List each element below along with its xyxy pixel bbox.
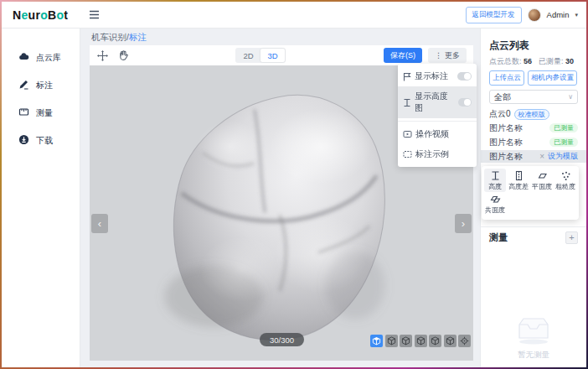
- tool-height[interactable]: 高度: [484, 169, 506, 192]
- logo-letter: u: [28, 8, 36, 22]
- close-icon[interactable]: ×: [539, 152, 544, 161]
- view-reset-button[interactable]: [458, 335, 471, 347]
- flatness-icon: [537, 170, 548, 181]
- view-left-button[interactable]: [415, 335, 427, 347]
- cube-icon: [446, 336, 455, 346]
- set-as-template-link[interactable]: 设为模版: [548, 151, 578, 162]
- measure-tools-popup: 高度 高度差 平面度 粗糙度 共面度: [482, 166, 579, 220]
- tool-label: 高度差: [508, 182, 529, 191]
- sidebar-item-pointcloud-library[interactable]: 点云库: [2, 44, 80, 71]
- chevron-down-icon: ▾: [575, 12, 578, 18]
- menu-item-show-annotation[interactable]: 显示标注: [398, 66, 477, 86]
- more-button-label: 更多: [445, 50, 460, 61]
- user-name[interactable]: Admin: [547, 10, 570, 19]
- menu-item-label: 操作视频: [415, 128, 449, 140]
- show-heightmap-toggle[interactable]: [458, 98, 472, 107]
- move-tool-icon[interactable]: [96, 49, 109, 62]
- view-back-button[interactable]: [400, 335, 412, 347]
- empty-state: 暂无测量: [481, 313, 586, 361]
- breadcrumb-current: 标注: [129, 32, 147, 42]
- dimension-toggle: 2D 3D: [235, 48, 286, 63]
- breadcrumb: 机车识别/标注: [80, 29, 480, 44]
- panel-actions: 上传点云 相机内参设置: [489, 70, 578, 86]
- menu-divider: [398, 121, 477, 122]
- cube-icon: [372, 336, 381, 346]
- view-default-button[interactable]: [370, 335, 383, 347]
- image-list-item-selected[interactable]: 图片名称 × 设为模版: [481, 150, 586, 163]
- upload-pointcloud-button[interactable]: 上传点云: [489, 70, 524, 86]
- header-main: 返回模型开发 Admin ▾: [80, 2, 586, 28]
- video-icon: [403, 130, 412, 138]
- cube-icon: [401, 336, 410, 346]
- flag-icon: [403, 72, 411, 81]
- pointcloud-stats: 点云总数: 56 已测量: 30: [489, 56, 578, 67]
- menu-item-annotation-example[interactable]: 标注示例: [398, 144, 477, 164]
- app-logo: N e u r o B o t: [2, 2, 80, 28]
- show-annotation-toggle[interactable]: [457, 72, 472, 81]
- logo-letter: B: [48, 8, 56, 22]
- prev-image-button[interactable]: ‹: [91, 214, 108, 233]
- app-header: N e u r o B o t 返回模型开发 Admin ▾: [2, 2, 586, 29]
- logo-letter: e: [21, 8, 28, 22]
- sidebar-item-annotate[interactable]: 标注: [2, 71, 80, 99]
- cube-icon: [416, 336, 426, 346]
- mode-2d-button[interactable]: 2D: [236, 49, 260, 62]
- tool-flatness[interactable]: 平面度: [531, 169, 553, 192]
- user-avatar[interactable]: [528, 8, 541, 22]
- tool-label: 平面度: [532, 182, 552, 191]
- target-icon: [460, 336, 469, 346]
- sidebar-item-download[interactable]: 下载: [2, 127, 80, 154]
- cube-icon: [431, 336, 440, 346]
- screenshot-frame: N e u r o B o t 返回模型开发 Admin ▾: [0, 0, 588, 369]
- tool-label: 高度: [488, 182, 502, 191]
- status-badge: 已测量: [549, 138, 578, 147]
- status-badge: 已测量: [549, 123, 578, 133]
- tool-roughness[interactable]: 粗糙度: [554, 169, 576, 192]
- sidebar-item-measure[interactable]: 测量: [2, 99, 80, 127]
- measured-label: 已测量:: [539, 57, 564, 65]
- pointcloud-list-title: 点云列表: [489, 39, 578, 53]
- header-right: 返回模型开发 Admin ▾: [466, 7, 578, 23]
- tool-height-diff[interactable]: 高度差: [508, 169, 529, 192]
- tool-label: 共面度: [485, 205, 505, 215]
- return-model-dev-button[interactable]: 返回模型开发: [466, 7, 522, 23]
- image-list-item[interactable]: 图片名称 已测量: [489, 136, 578, 148]
- view-front-button[interactable]: [385, 335, 398, 347]
- next-image-button[interactable]: ›: [455, 214, 472, 233]
- mode-3d-button[interactable]: 3D: [260, 49, 285, 62]
- chevron-right-icon: ›: [462, 217, 465, 230]
- height-map-icon: [403, 98, 411, 107]
- menu-item-label: 显示高度图: [415, 91, 455, 114]
- filter-select[interactable]: 全部 ∨: [489, 90, 578, 104]
- canvas-toolbar: 2D 3D 保存(S) ⋮ 更多: [90, 45, 473, 65]
- total-label: 点云总数:: [489, 57, 522, 65]
- more-button[interactable]: ⋮ 更多: [428, 48, 467, 63]
- pointcloud-name: 点云0: [489, 108, 511, 120]
- menu-collapse-icon[interactable]: [89, 9, 100, 20]
- save-button[interactable]: 保存(S): [384, 48, 422, 63]
- image-name: 图片名称: [489, 122, 523, 134]
- camera-intrinsics-button[interactable]: 相机内参设置: [528, 70, 577, 86]
- measure-section-header: 测量 +: [481, 226, 586, 244]
- chevron-left-icon: ‹: [98, 217, 101, 230]
- logo-letter: t: [64, 8, 68, 22]
- breadcrumb-parent[interactable]: 机车识别: [91, 32, 126, 42]
- pointcloud-item[interactable]: 点云0 校准模版: [489, 108, 578, 120]
- tool-coplanarity[interactable]: 共面度: [484, 192, 506, 216]
- chevron-down-icon: ∨: [568, 93, 573, 101]
- logo-letter: N: [13, 8, 21, 22]
- image-list-item[interactable]: 图片名称 已测量: [489, 122, 578, 134]
- menu-item-show-heightmap[interactable]: 显示高度图: [398, 86, 477, 118]
- sidebar: 点云库 标注 测量 下载: [2, 29, 80, 367]
- logo-letter: o: [56, 8, 64, 22]
- pan-hand-tool-icon[interactable]: [117, 49, 129, 61]
- view-right-button[interactable]: [429, 335, 441, 347]
- tooth-point-cloud-model[interactable]: [152, 84, 408, 342]
- cloud-icon: [18, 51, 29, 64]
- menu-item-tutorial-video[interactable]: 操作视频: [398, 124, 477, 144]
- measured-value: 30: [565, 57, 574, 65]
- view-orientation-bar: [370, 335, 471, 347]
- view-top-button[interactable]: [444, 335, 456, 347]
- add-measure-button[interactable]: +: [565, 231, 578, 244]
- example-icon: [403, 150, 412, 159]
